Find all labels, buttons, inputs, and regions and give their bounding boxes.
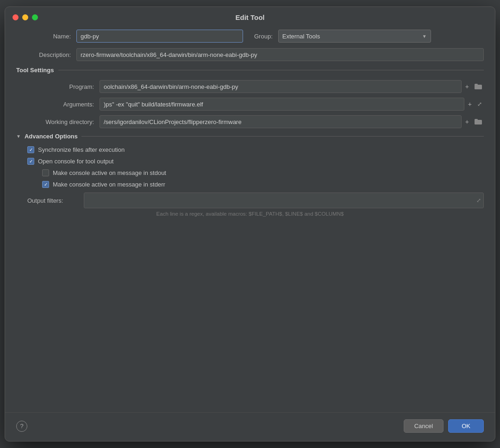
name-group-row: Name: Group: External Tools ▼ [16,30,484,43]
working-dir-folder-button[interactable] [473,117,484,127]
output-filters-hint: Each line is a regex, available macros: … [16,208,484,221]
arguments-add-button[interactable]: + [466,100,474,109]
working-directory-row: Working directory: + [16,115,484,128]
program-label: Program: [25,83,100,90]
svg-rect-1 [475,84,478,86]
program-input[interactable] [100,80,462,93]
close-button[interactable] [12,14,19,20]
arguments-input-wrapper: + ⤢ [100,98,484,111]
minimize-button[interactable] [22,14,28,20]
expand-icon: ⤢ [476,197,481,204]
output-filters-input[interactable] [84,193,484,208]
main-content: Name: Group: External Tools ▼ Descriptio… [5,25,495,410]
output-filters-expand-button[interactable]: ⤢ [476,197,481,204]
folder-icon [475,118,482,126]
group-dropdown[interactable]: External Tools ▼ [278,30,431,43]
expand-icon: ⤢ [477,101,482,107]
open-console-row: ✓ Open console for tool output [16,158,484,165]
name-input[interactable] [76,30,243,43]
arguments-row: Arguments: + ⤢ [16,98,484,111]
console-stderr-checkbox[interactable]: ✓ [42,181,49,188]
console-stdout-checkbox[interactable] [42,169,49,176]
plus-icon: + [465,118,469,125]
tool-settings-header: Tool Settings [16,67,484,74]
open-console-label: Open console for tool output [38,158,113,165]
open-console-checkbox[interactable]: ✓ [27,158,34,165]
footer-buttons: Cancel OK [404,419,484,433]
description-row: Description: [16,48,484,61]
arguments-expand-button[interactable]: ⤢ [475,100,484,108]
group-value: External Tools [282,33,320,40]
output-filters-row: Output filters: ⤢ [16,193,484,208]
console-stdout-label: Make console active on message in stdout [53,169,166,176]
svg-rect-3 [475,119,478,121]
advanced-options-title: Advanced Options [25,133,78,140]
question-mark-icon: ? [20,423,23,429]
folder-icon [475,83,482,91]
footer: ? Cancel OK [5,412,495,441]
console-stderr-row: ✓ Make console active on message in stde… [16,181,484,188]
cancel-button[interactable]: Cancel [404,419,444,433]
dropdown-arrow-icon: ▼ [422,34,427,39]
console-stdout-row: Make console active on message in stdout [16,169,484,176]
console-stderr-label: Make console active on message in stderr [53,181,165,188]
advanced-options-divider [81,136,484,137]
working-dir-add-button[interactable]: + [463,117,471,126]
checkmark-icon: ✓ [29,159,33,164]
group-label: Group: [243,33,278,40]
plus-icon: + [465,83,469,90]
output-filters-label: Output filters: [27,197,78,204]
tool-settings-title: Tool Settings [16,67,54,74]
working-dir-input[interactable] [100,115,462,128]
collapse-toggle[interactable]: ▼ [16,134,21,139]
ok-button[interactable]: OK [448,419,484,433]
name-label: Name: [16,33,76,40]
output-filters-input-container: ⤢ [84,193,484,208]
title-bar: Edit Tool [5,7,495,25]
program-folder-button[interactable] [473,82,484,92]
description-label: Description: [16,51,76,58]
dialog-title: Edit Tool [235,13,264,21]
edit-tool-dialog: Edit Tool Name: Group: External Tools ▼ … [5,6,495,442]
program-add-button[interactable]: + [463,82,471,91]
checkmark-icon: ✓ [44,182,48,187]
plus-icon: + [468,100,472,108]
working-dir-input-wrapper: + [100,115,484,128]
sync-files-checkbox[interactable]: ✓ [27,146,34,153]
working-dir-label: Working directory: [25,118,100,125]
program-input-wrapper: + [100,80,484,93]
program-row: Program: + [16,80,484,93]
window-controls [12,14,38,20]
tool-settings-divider [58,70,484,70]
sync-files-label: Synchronize files after execution [38,146,125,153]
help-button[interactable]: ? [16,421,27,432]
arguments-label: Arguments: [25,101,100,108]
checkmark-icon: ✓ [29,147,33,152]
advanced-options-header: ▼ Advanced Options [16,133,484,140]
maximize-button[interactable] [32,14,38,20]
arguments-input[interactable] [100,98,464,111]
description-input[interactable] [76,48,484,61]
advanced-options-section: ▼ Advanced Options ✓ Synchronize files a… [16,133,484,221]
sync-files-row: ✓ Synchronize files after execution [16,146,484,153]
